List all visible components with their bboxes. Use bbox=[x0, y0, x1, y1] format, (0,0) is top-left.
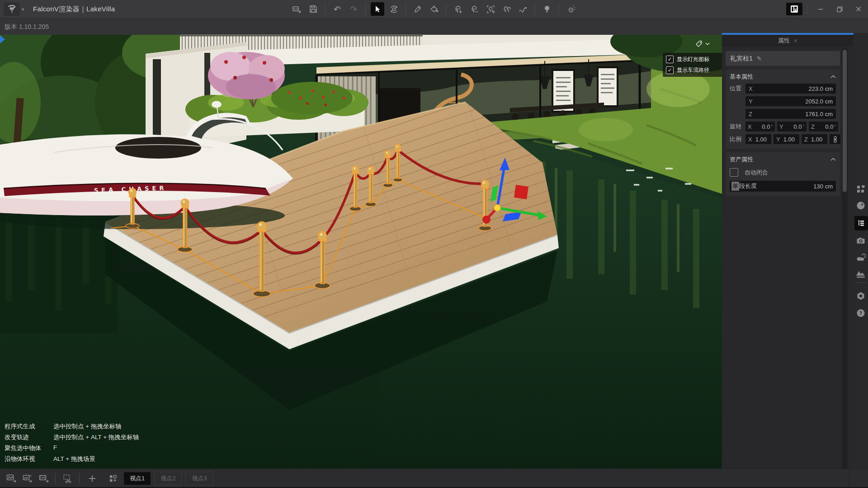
export-ai-image-icon[interactable]: AI bbox=[21, 472, 35, 485]
properties-tab[interactable]: 属性 ✕ bbox=[722, 35, 854, 47]
material-sphere-icon[interactable] bbox=[854, 198, 868, 213]
eyedropper-icon[interactable] bbox=[411, 2, 425, 16]
tree-brush-icon[interactable] bbox=[500, 2, 514, 16]
logo-chevron-down-icon[interactable]: ▾ bbox=[22, 7, 24, 12]
tab-close-icon[interactable]: ✕ bbox=[793, 38, 797, 44]
scale-y-field[interactable]: Y 1.00 bbox=[774, 134, 799, 144]
add-viewpoint-icon[interactable] bbox=[85, 472, 99, 485]
undo-icon[interactable]: ↶ bbox=[330, 2, 344, 16]
shortcut-action: 程序式生成 bbox=[5, 422, 53, 431]
toolbar-separator bbox=[365, 4, 366, 14]
paint-bucket-icon[interactable] bbox=[427, 2, 441, 16]
shortcut-action: 改变轨迹 bbox=[5, 433, 53, 441]
version-label: 版本 1.10.1.205 bbox=[5, 23, 49, 31]
object-name-box[interactable]: 礼宾柱1 ✎ bbox=[726, 51, 840, 66]
shortcut-keys: ALT + 拖拽场景 bbox=[53, 455, 139, 463]
export-video-icon[interactable] bbox=[37, 472, 52, 485]
tree-area-add-icon[interactable] bbox=[484, 2, 497, 16]
viewpoint-3-button[interactable]: 视点3 bbox=[185, 472, 213, 485]
app-logo[interactable] bbox=[4, 2, 20, 16]
basic-properties-section: 基本属性 位置 X 223.0 cm Y 2052.0 cm bbox=[726, 70, 840, 149]
rotation-x-field[interactable]: X 0.0 ° bbox=[745, 122, 775, 131]
show-light-icons-checkbox[interactable]: ✓ bbox=[666, 56, 674, 63]
close-button[interactable] bbox=[849, 0, 868, 18]
properties-tab-title: 属性 bbox=[778, 37, 790, 45]
weather-icon[interactable] bbox=[854, 250, 868, 265]
settings-icon[interactable] bbox=[854, 289, 868, 303]
show-light-icons-label: 显示灯光图标 bbox=[677, 56, 709, 63]
help-icon[interactable]: ? bbox=[854, 306, 868, 320]
panel-scrollbar[interactable] bbox=[842, 48, 848, 469]
terrain-icon[interactable] bbox=[854, 267, 868, 282]
camera-icon[interactable] bbox=[854, 234, 868, 248]
scale-z-field[interactable]: Z 1.00 bbox=[802, 134, 827, 144]
svg-text:?: ? bbox=[859, 310, 862, 316]
export-exe-icon[interactable]: EXE bbox=[290, 2, 304, 16]
show-light-icons-row[interactable]: ✓ 显示灯光图标 bbox=[666, 56, 722, 63]
crop-capture-icon[interactable] bbox=[61, 472, 75, 485]
viewport-corner-marker bbox=[0, 35, 5, 43]
minimize-button[interactable] bbox=[811, 0, 830, 18]
show-traffic-paths-label: 显示车流路径 bbox=[677, 66, 709, 74]
time-of-day-icon[interactable] bbox=[564, 2, 578, 16]
shortcut-keys: 选中控制点 + ALT + 拖拽坐标轴 bbox=[53, 433, 139, 441]
asset-section-title: 资产属性 bbox=[730, 155, 753, 164]
collapse-chevron-icon[interactable] bbox=[830, 75, 836, 79]
tree-remove-icon[interactable] bbox=[467, 2, 481, 16]
toolbar-separator bbox=[325, 4, 326, 14]
save-icon[interactable] bbox=[307, 2, 320, 16]
viewpoint-1-button[interactable]: 视点1 bbox=[124, 472, 151, 485]
shortcut-action: 聚焦选中物体 bbox=[5, 444, 53, 452]
scale-row: 比例 X 1.00 Y 1.00 Z 1.00 bbox=[730, 134, 836, 144]
export-image-icon[interactable] bbox=[5, 472, 19, 485]
viewpoint-grid-icon[interactable] bbox=[106, 472, 120, 485]
layout-grid-icon[interactable] bbox=[786, 3, 802, 15]
position-y-field[interactable]: Y 2052.0 cm bbox=[745, 96, 836, 106]
rotation-z-field[interactable]: Z 0.0 ° bbox=[809, 122, 838, 131]
tree-add-icon[interactable] bbox=[451, 2, 465, 16]
viewpoint-2-button[interactable]: 视点2 bbox=[154, 472, 182, 485]
viewport-3d-scene[interactable]: SEA CHASER bbox=[0, 35, 722, 469]
maximize-button[interactable] bbox=[830, 0, 849, 18]
position-z-field[interactable]: Z 1761.0 cm bbox=[745, 109, 836, 119]
scrollbar-thumb[interactable] bbox=[843, 50, 847, 192]
auto-close-row: 自动闭合 bbox=[730, 168, 836, 177]
asset-section-header[interactable]: 资产属性 bbox=[730, 155, 836, 164]
title-bar: ▾ FalconV渲染器｜LakeVilla EXE ↶ ↷ bbox=[0, 0, 868, 18]
gizmo-control-point bbox=[482, 216, 491, 224]
show-traffic-paths-row[interactable]: ✓ 显示车流路径 bbox=[666, 66, 722, 74]
viewport-overlay-panel: ✓ 显示灯光图标 ✓ 显示车流路径 bbox=[663, 53, 722, 77]
segment-length-field[interactable]: 单 段长度 130 cm bbox=[730, 181, 836, 192]
tornado-logo-icon bbox=[7, 4, 17, 14]
scale-link-icon[interactable] bbox=[830, 134, 840, 144]
light-bulb-icon[interactable] bbox=[540, 2, 554, 16]
main-toolbar: EXE ↶ ↷ bbox=[290, 0, 578, 18]
collapse-chevron-icon[interactable] bbox=[830, 158, 836, 161]
viewport-display-options[interactable] bbox=[695, 40, 710, 48]
chevron-down-icon bbox=[705, 42, 710, 46]
bottom-toolbar: AI 视点1 视点2 视点3 bbox=[0, 469, 868, 488]
select-cursor-icon[interactable] bbox=[371, 2, 384, 16]
position-x-field[interactable]: X 223.0 cm bbox=[745, 84, 836, 94]
right-icon-strip: ? bbox=[854, 33, 868, 469]
viewport-3d[interactable]: SEA CHASER bbox=[0, 35, 722, 469]
object-list-icon[interactable] bbox=[854, 216, 868, 230]
app-title: FalconV渲染器｜LakeVilla bbox=[33, 5, 115, 14]
redo-icon[interactable]: ↷ bbox=[347, 2, 360, 16]
basic-section-header[interactable]: 基本属性 bbox=[730, 73, 836, 81]
rename-pencil-icon[interactable]: ✎ bbox=[757, 55, 762, 62]
application-window: ▾ FalconV渲染器｜LakeVilla EXE ↶ ↷ bbox=[0, 0, 868, 488]
toolbar-separator bbox=[559, 4, 559, 14]
path-draw-icon[interactable] bbox=[516, 2, 530, 16]
position-label: 位置 bbox=[730, 84, 743, 93]
window-separator bbox=[807, 4, 807, 14]
scale-x-field[interactable]: X 1.00 bbox=[745, 134, 771, 144]
rotation-y-field[interactable]: Y 0.0 ° bbox=[777, 122, 807, 131]
object-name: 礼宾柱1 bbox=[730, 55, 753, 63]
auto-close-checkbox[interactable] bbox=[730, 168, 738, 177]
orbit-transform-icon[interactable] bbox=[387, 2, 401, 16]
gizmo-center bbox=[494, 205, 501, 211]
auto-close-label: 自动闭合 bbox=[745, 169, 768, 177]
show-traffic-paths-checkbox[interactable]: ✓ bbox=[666, 66, 674, 74]
asset-library-icon[interactable] bbox=[854, 182, 868, 197]
